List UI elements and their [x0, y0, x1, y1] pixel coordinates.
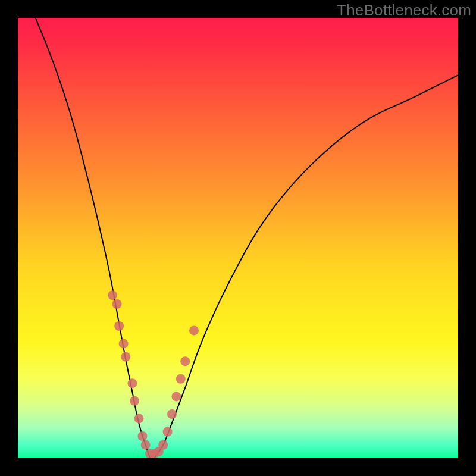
chart-svg [18, 18, 458, 458]
data-marker [180, 356, 190, 366]
data-marker [189, 325, 199, 335]
data-marker [176, 374, 186, 384]
data-marker [167, 409, 177, 419]
data-marker [134, 414, 144, 423]
data-marker [137, 431, 147, 441]
watermark-text: TheBottleneck.com [337, 1, 471, 20]
data-marker [108, 290, 117, 300]
data-marker [119, 339, 129, 349]
data-marker [121, 352, 130, 362]
data-marker [158, 440, 168, 450]
data-marker [127, 378, 137, 388]
data-marker [114, 321, 124, 331]
data-marker [163, 427, 173, 437]
curve-right [154, 75, 458, 458]
data-marker [171, 392, 181, 401]
plot-area [18, 18, 458, 458]
data-marker [130, 396, 139, 406]
marker-group [108, 290, 199, 458]
data-marker [141, 440, 151, 450]
chart-frame: TheBottleneck.com [0, 0, 476, 476]
data-marker [112, 299, 122, 309]
curve-left [36, 18, 150, 458]
